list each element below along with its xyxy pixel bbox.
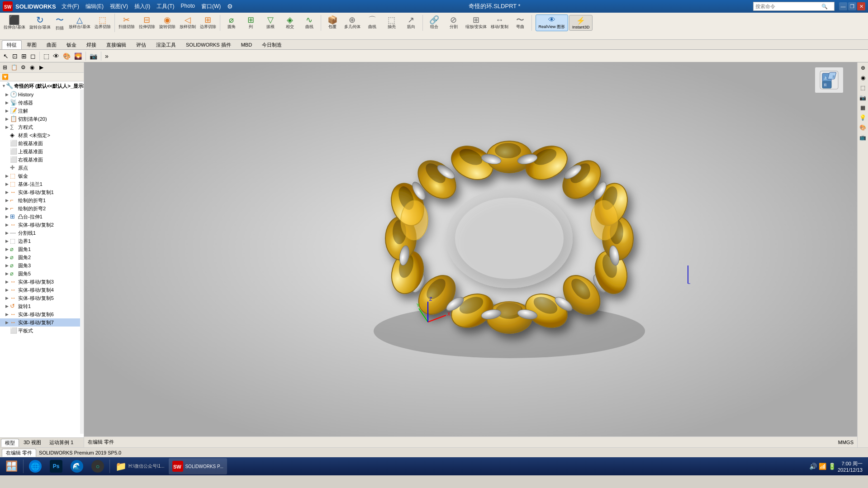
feature-icon[interactable]: ⊞ <box>1 63 9 71</box>
tree-item-base-flange[interactable]: ▶ ⬚ 基体-法兰1 <box>0 180 84 188</box>
direction-button[interactable]: ↗ 筋向 <box>402 15 421 31</box>
rp-grid-icon[interactable]: ▦ <box>859 103 868 112</box>
menu-insert[interactable]: 插入(I) <box>132 2 153 11</box>
tab-today[interactable]: 今日制造 <box>257 40 287 49</box>
start-button[interactable]: 🪟 <box>2 458 21 474</box>
search-box[interactable]: 🔍 <box>753 2 835 11</box>
rp-expand-icon[interactable]: ⊕ <box>859 63 868 72</box>
menu-view[interactable]: 视图(V) <box>107 2 131 11</box>
revolve-boss-button[interactable]: ↻ 旋转台/基体 <box>28 14 53 31</box>
tree-item-flat-style[interactable]: ⬜ 平板式 <box>0 327 84 335</box>
rp-light-icon[interactable]: 💡 <box>859 113 868 122</box>
view-orient-button[interactable]: 上 前 右 <box>815 67 844 93</box>
tree-item-top-plane[interactable]: ⬜ 上视基准面 <box>0 147 84 156</box>
tree-scrollbar[interactable] <box>80 90 84 434</box>
taskbar-item-system[interactable]: ○ <box>88 458 108 474</box>
fillet-button[interactable]: ⌀ 圆角 <box>222 15 241 31</box>
menu-tools[interactable]: 工具(T) <box>154 2 177 11</box>
boundary-cut-button[interactable]: ⊞ 边界切除 <box>198 15 218 31</box>
tree-item-sensor[interactable]: ▶ 📡 传感器 <box>0 99 84 107</box>
minimize-button[interactable]: — <box>839 2 847 10</box>
window-controls[interactable]: — ❐ ✕ <box>839 2 865 10</box>
scale-button[interactable]: ⊞ 缩放/变实体 <box>464 15 489 31</box>
tab-render[interactable]: 渲染工具 <box>151 40 181 49</box>
rp-screen-icon[interactable]: 📺 <box>859 133 868 142</box>
taskbar-item-photoshop[interactable]: Ps <box>46 458 66 474</box>
bend-button[interactable]: 〜 弯曲 <box>511 15 530 31</box>
tree-item-boss-pull1[interactable]: ▶ ⊞ 凸台-拉伸1 <box>0 213 84 221</box>
move-copy-button[interactable]: ↔ 移动/复制 <box>489 15 510 31</box>
rp-display-icon[interactable]: ⬚ <box>859 83 868 92</box>
sweep-boss-button[interactable]: 〜 扫描 <box>53 14 66 32</box>
menu-bar[interactable]: 文件(F) 编辑(E) 视图(V) 插入(I) 工具(T) Photo 窗口(W… <box>59 2 236 11</box>
property-icon[interactable]: 📋 <box>10 63 18 71</box>
menu-file[interactable]: 文件(F) <box>59 2 82 11</box>
boundary-boss-button[interactable]: ⬚ 边界切除 <box>93 15 113 31</box>
tab-weldment[interactable]: 焊接 <box>81 40 101 49</box>
tree-item-move-copy4[interactable]: ▶ ↔ 实体-移动/复制4 <box>0 286 84 294</box>
realview-button[interactable]: 👁 RealView 图形 <box>536 14 568 31</box>
combine-button[interactable]: 🔗 组合 <box>425 15 444 31</box>
select-button[interactable]: ↖ <box>2 52 10 60</box>
menu-window[interactable]: 窗口(W) <box>199 2 223 11</box>
tree-item-split1[interactable]: ▶ — 分割线1 <box>0 229 84 237</box>
model-tab[interactable]: 模型 <box>1 439 19 447</box>
menu-settings[interactable]: ⚙ <box>224 2 236 11</box>
motion-tab[interactable]: 运动算例 1 <box>46 439 77 446</box>
tree-item-sketch-fold1[interactable]: ▶ ⌐ 绘制的折弯1 <box>0 196 84 204</box>
tree-item-sheetmetal[interactable]: ▶ ⬚ 钣金 <box>0 172 84 180</box>
taskbar-item-solidworks[interactable]: SW SOLIDWORKS P... <box>169 458 227 474</box>
bottom-tab-status[interactable]: 在编辑 零件 <box>2 449 36 457</box>
tree-item-boundary1[interactable]: ▶ ⬚ 边界1 <box>0 237 84 245</box>
view-camera-button[interactable]: 📷 <box>88 52 99 60</box>
tree-item-fillet3[interactable]: ▶ ⌀ 圆角3 <box>0 261 84 270</box>
tree-root-item[interactable]: ▼ 🔧 奇怪的环 (默认<<默认人>_显示状态 1>) <box>0 81 84 90</box>
maximize-button[interactable]: ❐ <box>848 2 856 10</box>
tab-evaluate[interactable]: 评估 <box>131 40 151 49</box>
extrude-cut-button[interactable]: ⊟ 拉伸切除 <box>137 15 157 31</box>
instant3d-button[interactable]: ⚡ Instant3D <box>569 15 593 31</box>
multibody-button[interactable]: ⊕ 多几何体 <box>342 15 362 31</box>
taskbar-item-browser[interactable]: 🌐 <box>25 458 45 474</box>
tree-item-equation[interactable]: ▶ ∑ 方程式 <box>0 123 84 131</box>
zoom-fit-button[interactable]: ⊡ <box>11 52 19 60</box>
loft-cut-button[interactable]: ◁ 放样切制 <box>178 15 198 31</box>
tab-sketch[interactable]: 草图 <box>22 40 42 49</box>
rp-camera-icon[interactable]: 📷 <box>859 93 868 102</box>
revolve-cut-button[interactable]: ◉ 旋转切除 <box>157 15 177 31</box>
hide-show-button[interactable]: 👁 <box>52 52 61 60</box>
right-arrow-icon[interactable]: ▶ <box>37 63 45 71</box>
search-input[interactable] <box>754 4 821 9</box>
tree-item-sketch-fold2[interactable]: ▶ ⌐ 绘制的折弯2 <box>0 204 84 213</box>
config-icon[interactable]: ⚙ <box>19 63 27 71</box>
tab-direct-edit[interactable]: 直接编辑 <box>101 40 131 49</box>
tab-surface[interactable]: 曲面 <box>42 40 62 49</box>
tree-item-move-copy3[interactable]: ▶ ↔ 实体-移动/复制3 <box>0 278 84 286</box>
appearance-button[interactable]: 🎨 <box>62 52 72 60</box>
menu-photo[interactable]: Photo <box>178 2 198 11</box>
tree-item-fillet5[interactable]: ▶ ⌀ 圆角5 <box>0 270 84 278</box>
tree-item-material[interactable]: ◈ 材质 <未指定> <box>0 131 84 139</box>
menu-edit[interactable]: 编辑(E) <box>83 2 106 11</box>
scene-button[interactable]: 🌄 <box>73 52 83 60</box>
curve2-button[interactable]: ⌒ 曲线 <box>363 15 382 31</box>
tree-item-fillet1[interactable]: ▶ ⌀ 圆角1 <box>0 245 84 253</box>
close-button[interactable]: ✕ <box>857 2 865 10</box>
abstract-button[interactable]: ⬚ 抽壳 <box>382 15 401 31</box>
sweep-cut-button[interactable]: ✂ 扫描切除 <box>117 15 137 31</box>
curve-button[interactable]: ∿ 曲线 <box>300 15 319 31</box>
tab-feature[interactable]: 特征 <box>2 40 22 49</box>
tree-item-rotate1[interactable]: ▶ ↺ 旋转1 <box>0 302 84 310</box>
tab-sheetmetal[interactable]: 钣金 <box>62 40 81 49</box>
tree-item-history[interactable]: ▶ 🕐 History <box>0 90 84 99</box>
rp-color-icon[interactable]: 🎨 <box>859 123 868 132</box>
extrude-boss-button[interactable]: ⬛ 拉伸台/基体 <box>2 14 27 31</box>
tree-item-move-copy2[interactable]: ▶ ↔ 实体-移动/复制2 <box>0 221 84 229</box>
wrap-button[interactable]: 📦 包覆 <box>323 15 342 31</box>
loft-boss-button[interactable]: △ 放样台/基体 <box>67 15 92 31</box>
tree-item-fillet2[interactable]: ▶ ⌀ 圆角2 <box>0 253 84 261</box>
tree-item-front-plane[interactable]: ⬜ 前视基准面 <box>0 139 84 147</box>
display-icon[interactable]: ◉ <box>28 63 36 71</box>
split-button[interactable]: ⊘ 分割 <box>444 15 463 31</box>
tree-item-move-copy6[interactable]: ▶ ↔ 实体-移动/复制6 <box>0 310 84 318</box>
